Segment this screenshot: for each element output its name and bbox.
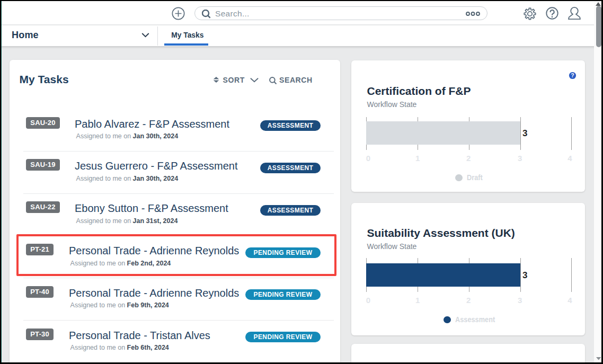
svg-text:?: ?: [571, 72, 574, 78]
